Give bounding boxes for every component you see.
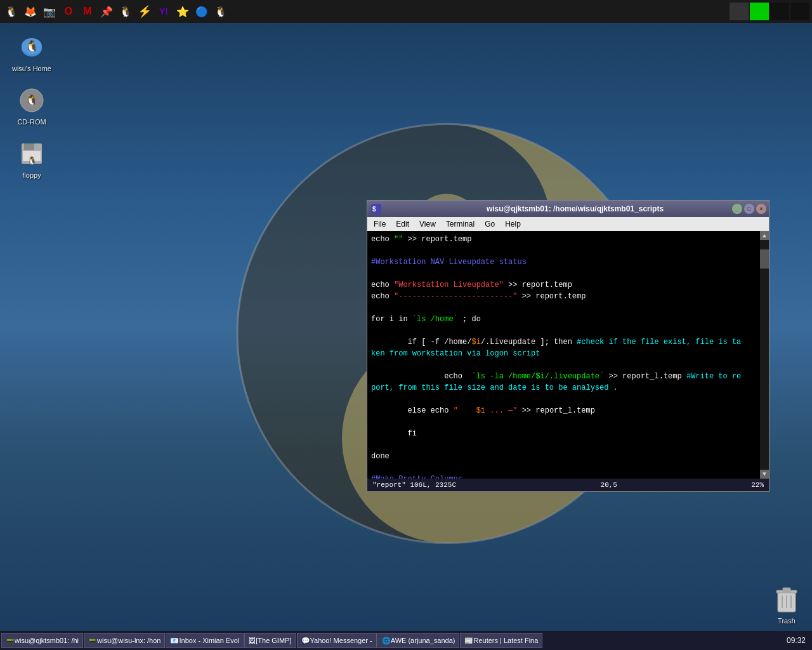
taskbar-item-5-label: AWE (arjuna_sanda) <box>391 637 455 644</box>
home-icon: 🐧 <box>16 32 47 62</box>
taskbar-app-pin[interactable]: 📌 <box>98 3 115 20</box>
taskbar-item-2[interactable]: 📧 Inbox - Ximian Evol <box>166 633 244 648</box>
taskbar-app-m[interactable]: M <box>79 3 96 20</box>
taskbar-app-blue[interactable]: 🔵 <box>193 3 211 20</box>
taskbar-right-controls <box>730 0 812 23</box>
taskbar-item-3[interactable]: 🖼 [The GIMP] <box>244 633 296 648</box>
taskbar-item-1[interactable]: 📟 wisu@wisu-lnx: /hon <box>84 633 165 648</box>
svg-text:🐧: 🐧 <box>25 39 39 53</box>
scroll-down-btn[interactable]: ▼ <box>760 470 769 479</box>
window-controls: _ □ × <box>732 204 766 214</box>
taskbar-app-camera[interactable]: 📷 <box>41 3 58 20</box>
terminal-titlebar: $ wisu@qjktsmb01: /home/wisu/qjktsmb01_s… <box>367 201 769 217</box>
taskbar-item-0[interactable]: 📟 wisu@qjktsmb01: /hi <box>1 633 83 648</box>
taskbar-app-penguin2[interactable]: 🐧 <box>117 3 134 20</box>
desktop-icon-cdrom[interactable]: 🐧 CD-ROM <box>6 85 57 126</box>
taskbar-app-opera[interactable]: O <box>60 3 77 20</box>
taskbar-item-4-icon: 💬 <box>301 637 310 645</box>
svg-rect-22 <box>783 588 790 592</box>
svg-rect-15 <box>24 143 34 150</box>
menu-go[interactable]: Go <box>481 218 499 230</box>
taskbar-item-4[interactable]: 💬 Yahoo! Messenger - <box>297 633 377 648</box>
desktop: 🐧 🦊 📷 O M 📌 🐧 ⚡ Y! ⭐ 🔵 🐧 🐧 <box>0 0 812 650</box>
color-block-3 <box>770 3 789 20</box>
trash-label: Trash <box>778 617 796 625</box>
taskbar-item-1-label: wisu@wisu-lnx: /hon <box>97 637 160 644</box>
top-taskbar: 🐧 🦊 📷 O M 📌 🐧 ⚡ Y! ⭐ 🔵 🐧 <box>0 0 812 23</box>
taskbar-app-star[interactable]: ⭐ <box>174 3 192 20</box>
taskbar-item-5-icon: 🌐 <box>382 637 391 645</box>
taskbar-item-0-icon: 📟 <box>6 637 15 645</box>
floppy-icon: 🐧 <box>16 138 47 169</box>
taskbar-app-yahoo[interactable]: Y! <box>155 3 173 20</box>
desktop-icon-floppy[interactable]: 🐧 floppy <box>6 138 57 179</box>
menu-view[interactable]: View <box>416 218 440 230</box>
floppy-icon-label: floppy <box>22 171 41 179</box>
close-button[interactable]: × <box>756 204 766 214</box>
color-block-4 <box>790 3 809 20</box>
menu-help[interactable]: Help <box>501 218 525 230</box>
maximize-button[interactable]: □ <box>744 204 754 214</box>
color-block-1 <box>730 3 749 20</box>
terminal-window: $ wisu@qjktsmb01: /home/wisu/qjktsmb01_s… <box>367 200 769 492</box>
desktop-icon-home[interactable]: 🐧 wisu's Home <box>6 32 57 72</box>
menu-edit[interactable]: Edit <box>392 218 413 230</box>
taskbar-item-2-label: Inbox - Ximian Evol <box>179 637 239 644</box>
taskbar-item-2-icon: 📧 <box>170 637 179 645</box>
bottom-taskbar: 📟 wisu@qjktsmb01: /hi 📟 wisu@wisu-lnx: /… <box>0 631 812 650</box>
home-icon-label: wisu's Home <box>12 65 51 72</box>
taskbar-item-5[interactable]: 🌐 AWE (arjuna_sanda) <box>377 633 460 648</box>
taskbar-app-blender[interactable]: ⚡ <box>136 3 154 20</box>
cdrom-icon: 🐧 <box>16 85 47 116</box>
trash-icon[interactable]: Trash <box>774 584 799 625</box>
scroll-thumb[interactable] <box>760 249 769 269</box>
scroll-up-btn[interactable]: ▲ <box>760 231 769 240</box>
taskbar-item-4-label: Yahoo! Messenger - <box>310 637 372 644</box>
svg-text:🐧: 🐧 <box>25 94 38 106</box>
taskbar-item-6[interactable]: 📰 Reuters | Latest Fina <box>460 633 542 648</box>
taskbar-clock: 09:32 <box>782 636 811 645</box>
taskbar-item-6-icon: 📰 <box>464 637 473 645</box>
terminal-content[interactable]: echo "" >> report.temp #Workstation NAV … <box>367 231 760 479</box>
menu-terminal[interactable]: Terminal <box>442 218 478 230</box>
terminal-menubar: File Edit View Terminal Go Help <box>367 217 769 231</box>
desktop-icons: 🐧 wisu's Home 🐧 CD-ROM 🐧 <box>6 32 57 179</box>
trash-svg <box>774 584 799 614</box>
cdrom-icon-label: CD-ROM <box>17 118 46 126</box>
taskbar-app-tux[interactable]: 🐧 <box>212 3 230 20</box>
terminal-icon: $ <box>371 204 381 214</box>
menu-file[interactable]: File <box>370 218 390 230</box>
taskbar-app-penguin1[interactable]: 🐧 <box>3 3 20 20</box>
minimize-button[interactable]: _ <box>732 204 742 214</box>
status-file-info: "report" 106L, 2325C <box>372 481 456 489</box>
svg-text:🐧: 🐧 <box>27 156 37 165</box>
taskbar-item-3-icon: 🖼 <box>249 637 256 644</box>
taskbar-item-1-icon: 📟 <box>88 637 97 645</box>
color-block-2 <box>750 3 769 20</box>
taskbar-item-6-label: Reuters | Latest Fina <box>473 637 538 644</box>
status-position: 20,5 22% <box>601 481 764 489</box>
taskbar-item-3-label: [The GIMP] <box>256 637 291 644</box>
svg-text:$: $ <box>372 206 376 213</box>
terminal-status-bar: "report" 106L, 2325C 20,5 22% <box>367 479 769 491</box>
taskbar-app-fox[interactable]: 🦊 <box>22 3 39 20</box>
taskbar-item-0-label: wisu@qjktsmb01: /hi <box>15 637 79 644</box>
terminal-title: wisu@qjktsmb01: /home/wisu/qjktsmb01_scr… <box>385 204 765 213</box>
